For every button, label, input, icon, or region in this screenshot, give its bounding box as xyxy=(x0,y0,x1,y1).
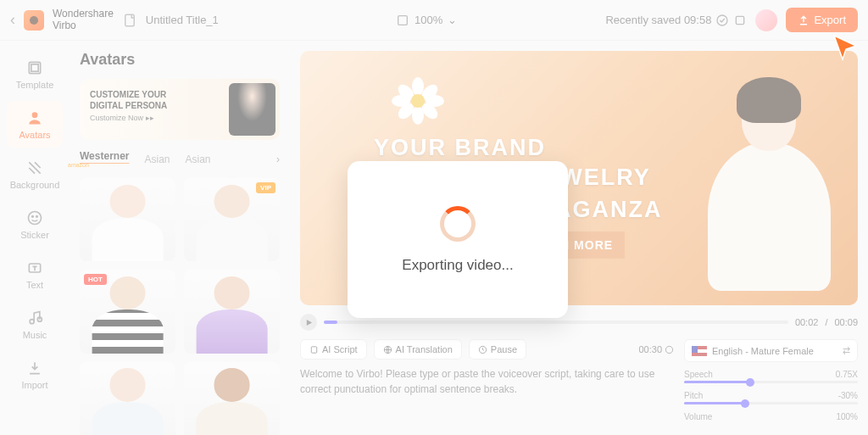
cursor-pointer-overlay xyxy=(831,32,861,63)
export-modal: Exporting video... xyxy=(348,161,568,318)
modal-text: Exporting video... xyxy=(402,257,513,274)
spinner-icon xyxy=(440,206,476,242)
